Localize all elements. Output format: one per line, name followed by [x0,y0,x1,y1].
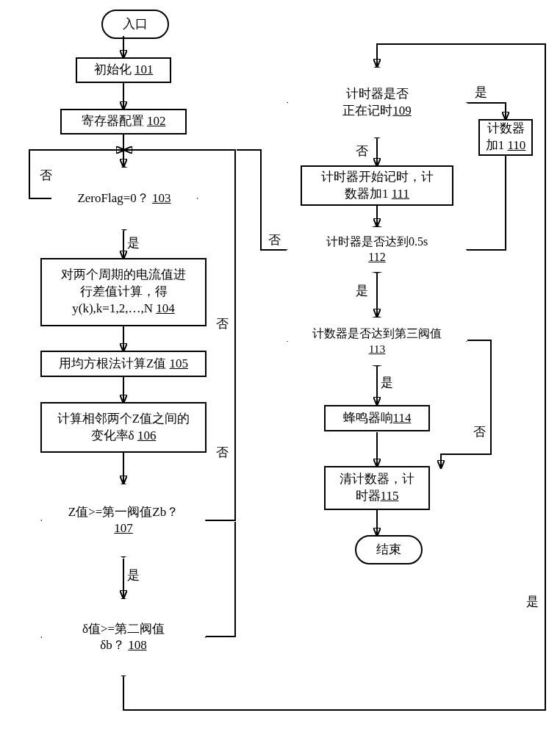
node-113: 计数器是否达到第三阀值113 [287,316,467,367]
lbl-109-no: 否 [356,143,368,160]
terminal-start-label: 入口 [123,16,148,33]
node-108: δ值>=第二阀值δb？ 108 [40,598,207,677]
node-109: 计时器是否正在记时109 [287,66,467,139]
lbl-108-no: 否 [216,316,229,333]
terminal-end: 结束 [355,535,423,564]
lbl-113-yes: 是 [381,375,393,392]
node-103: ZeroFlag=0？ 103 [50,166,198,231]
lbl-112-yes: 是 [356,283,368,300]
node-106: 计算相邻两个Z值之间的 变化率δ 106 [40,402,207,453]
lbl-107-yes: 是 [127,567,140,584]
lbl-113-no: 否 [473,424,486,441]
lbl-103-yes: 是 [127,235,140,252]
lbl-108-yes: 是 [526,594,539,611]
node-110: 计数器 加1 110 [478,119,533,156]
node-112: 计时器是否达到0.5s112 [287,226,467,273]
node-114: 蜂鸣器响114 [324,405,430,431]
node-104: 对两个周期的电流值进 行差值计算，得 y(k),k=1,2,…,N 104 [40,258,207,326]
lbl-107-no: 否 [216,445,229,462]
lbl-103-no: 否 [40,168,52,184]
terminal-start: 入口 [101,10,169,39]
node-105: 用均方根法计算Z值 105 [40,351,207,377]
lbl-109-yes: 是 [475,85,487,101]
node-102: 寄存器配置 102 [60,109,187,135]
node-107: Z值>=第一阀值Zb？107 [40,483,207,558]
terminal-end-label: 结束 [376,542,401,559]
node-101: 初始化 101 [76,57,171,83]
node-111: 计时器开始记时，计 数器加1 111 [301,165,453,206]
lbl-112-no: 否 [268,232,281,249]
flowchart-canvas: 入口 结束 初始化 101 寄存器配置 102 ZeroFlag=0？ 103 … [0,0,560,735]
node-115: 清计数器，计 时器115 [324,466,430,510]
